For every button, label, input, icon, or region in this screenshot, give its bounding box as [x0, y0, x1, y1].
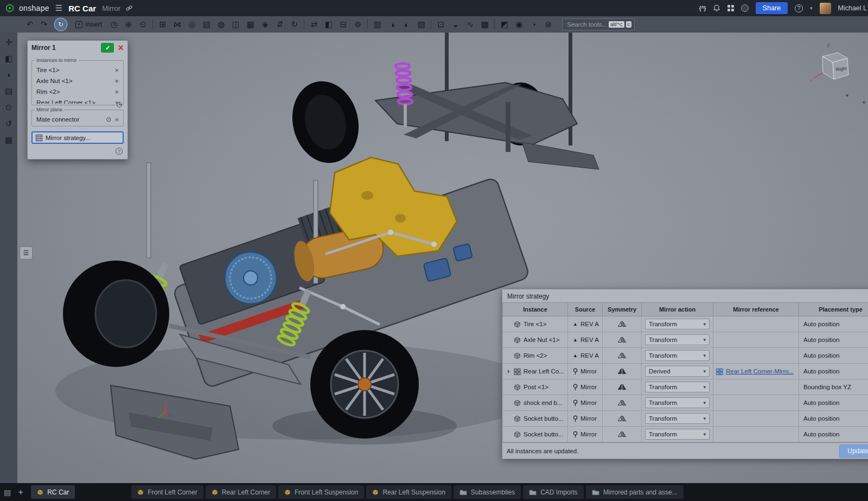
panels-icon[interactable]: ▦ — [5, 136, 12, 144]
remove-instance-icon[interactable]: × — [114, 78, 119, 85]
dialog-help-icon[interactable]: ? — [116, 148, 123, 155]
mirror-action-dropdown[interactable]: Derived▾ — [645, 366, 710, 377]
assembly-tree-button[interactable]: ☰ — [20, 246, 33, 259]
search-input[interactable] — [567, 21, 607, 28]
copy-link-icon[interactable] — [125, 4, 133, 12]
render-icon[interactable]: ◒ — [448, 18, 463, 31]
group-icon[interactable]: ⊞ — [155, 18, 170, 31]
view-rotate-down-icon[interactable]: ▾ — [846, 92, 848, 98]
view-cube[interactable]: Z Right X — [806, 40, 860, 99]
mirror-reference-link[interactable]: Rear Left Corner-Mirro... — [726, 368, 794, 375]
tab-rear-left-suspension[interactable]: Rear Left Suspension — [366, 485, 451, 499]
table-row[interactable]: Tire <1>▲REV ATransform▾Auto position — [503, 316, 868, 332]
table-row[interactable]: Axle Nut <1>▲REV ATransform▾Auto positio… — [503, 332, 868, 348]
display-states-icon[interactable]: ◐ — [399, 18, 414, 31]
avatar[interactable] — [820, 3, 831, 14]
mirror-action-dropdown[interactable]: Transform▾ — [645, 397, 710, 408]
table-row[interactable]: Rim <2>▲REV ATransform▾Auto position — [503, 348, 868, 364]
apps-grid-icon[interactable] — [727, 5, 734, 11]
mirror-strategy-button[interactable]: Mirror strategy... — [31, 131, 124, 144]
mass-properties-icon[interactable]: ⊚ — [350, 18, 365, 31]
appearance-panel-icon[interactable]: ◧ — [5, 54, 12, 62]
main-menu-icon[interactable]: ☰ — [55, 3, 62, 13]
view-orientation-icon[interactable]: ↻ — [55, 18, 67, 30]
insert-button[interactable]: + Insert — [71, 21, 107, 28]
remove-plane-icon[interactable]: × — [114, 116, 119, 123]
isolate-icon[interactable]: ◔ — [526, 18, 541, 31]
help-icon[interactable]: ? — [795, 4, 803, 12]
comments-icon[interactable]: ◖ — [6, 71, 11, 79]
tab-rc-car[interactable]: RC Car — [31, 485, 75, 499]
learning-center-icon[interactable] — [741, 4, 749, 12]
pattern-circular-icon[interactable]: ◍ — [214, 18, 228, 31]
tab-front-left-suspension[interactable]: Front Left Suspension — [278, 485, 364, 499]
named-positions-icon[interactable]: ⇵ — [272, 18, 287, 31]
onshape-logo-icon[interactable] — [5, 4, 14, 12]
table-row[interactable]: ›Rear Left Co...MirrorDerived▾Rear Left … — [503, 364, 868, 379]
table-row[interactable]: Post <1>MirrorTransform▾Bounding box YZ — [503, 379, 868, 395]
sheet-metal-icon[interactable]: ◩ — [497, 18, 512, 31]
tab-rear-left-corner[interactable]: Rear Left Corner — [206, 485, 276, 499]
bom-icon[interactable]: ▥ — [370, 18, 385, 31]
tab-mirrored-parts-and-asse[interactable]: Mirrored parts and asse... — [586, 485, 684, 499]
hole-icon[interactable]: ◉ — [512, 18, 526, 31]
mirror-action-dropdown[interactable]: Transform▾ — [645, 334, 710, 345]
table-row[interactable]: Socket butto...MirrorTransform▾Auto posi… — [503, 411, 868, 427]
history-icon[interactable]: ↺ — [5, 119, 12, 128]
drawing-icon[interactable]: ⊡ — [433, 18, 448, 31]
undo-icon[interactable]: ↶ — [23, 18, 37, 31]
revolve-icon[interactable]: ↻ — [287, 18, 302, 31]
mirror-plane-row[interactable]: Mate connector ⊙ × — [34, 114, 121, 125]
history-clock-icon[interactable]: ◷ — [117, 101, 122, 107]
snapshot-icon[interactable]: ◎ — [184, 18, 199, 31]
instance-item[interactable]: Axle Nut <1>× — [34, 75, 121, 86]
measure-icon[interactable]: ⊟ — [336, 18, 350, 31]
mate-connectors-icon[interactable]: ⊙ — [5, 103, 12, 111]
chevron-down-icon[interactable]: ▾ — [810, 5, 813, 11]
relation-icon[interactable]: ⋈ — [170, 18, 184, 31]
pattern-linear-icon[interactable]: ▤ — [199, 18, 214, 31]
tab-subassemblies[interactable]: Subassemblies — [454, 485, 521, 499]
document-title[interactable]: RC Car — [68, 4, 96, 13]
dev-portal-icon[interactable]: {^} — [699, 5, 706, 11]
fasten-icon[interactable]: ⊕ — [121, 18, 136, 31]
configurations-icon[interactable]: ✛ — [5, 38, 12, 46]
appearance-icon[interactable]: ◑ — [385, 18, 399, 31]
new-tab-button[interactable]: + — [15, 486, 27, 498]
frame-icon[interactable]: ▩ — [477, 18, 492, 31]
simulation-icon[interactable]: ∿ — [463, 18, 477, 31]
explode-icon[interactable]: ◈ — [258, 18, 272, 31]
mirror-action-dropdown[interactable]: Transform▾ — [645, 319, 710, 329]
exploded-view-icon[interactable]: ⊛ — [541, 18, 556, 31]
notifications-icon[interactable] — [713, 4, 720, 12]
mirror-action-dropdown[interactable]: Transform▾ — [645, 382, 710, 392]
mate-icon[interactable]: ⊙ — [136, 18, 150, 31]
translate-icon[interactable]: ⇄ — [307, 18, 321, 31]
configurations-icon[interactable]: ▧ — [414, 18, 429, 31]
remove-instance-icon[interactable]: × — [114, 88, 119, 96]
confirm-button[interactable]: ✓ — [101, 43, 114, 53]
insert-latest-icon[interactable]: ◷ — [107, 18, 121, 31]
mirror-action-dropdown[interactable]: Transform▾ — [645, 413, 710, 424]
cancel-button[interactable]: × — [118, 44, 124, 52]
instance-item[interactable]: Rim <2>× — [34, 86, 121, 97]
tab-cad-imports[interactable]: CAD Imports — [523, 485, 584, 499]
instance-item[interactable]: Tire <1>× — [34, 65, 121, 75]
expand-chevron-icon[interactable]: › — [506, 367, 511, 375]
share-button[interactable]: Share — [756, 2, 788, 14]
tab-front-left-corner[interactable]: Front Left Corner — [131, 485, 203, 499]
mirror-action-dropdown[interactable]: Transform▾ — [645, 350, 710, 361]
mate-connector-icon[interactable]: ⊙ — [106, 116, 111, 123]
table-row[interactable]: shock end b...MirrorTransform▾Auto posit… — [503, 395, 868, 411]
tab-manager-icon[interactable]: ▤ — [4, 488, 11, 497]
table-row[interactable]: Socket butto...MirrorTransform▾Auto posi… — [503, 427, 868, 442]
remove-instance-icon[interactable]: × — [114, 67, 119, 74]
instance-item[interactable]: Rear Left Corner <1>× — [34, 97, 121, 104]
section-view-icon[interactable]: ◧ — [321, 18, 336, 31]
view-rotate-right-icon[interactable]: ▾ — [863, 99, 865, 105]
mirror-action-dropdown[interactable]: Transform▾ — [645, 429, 710, 440]
redo-icon[interactable]: ↷ — [37, 18, 51, 31]
notes-icon[interactable]: ▤ — [5, 87, 12, 95]
mirror-icon[interactable]: ◫ — [228, 18, 243, 31]
replicate-icon[interactable]: ▦ — [243, 18, 258, 31]
